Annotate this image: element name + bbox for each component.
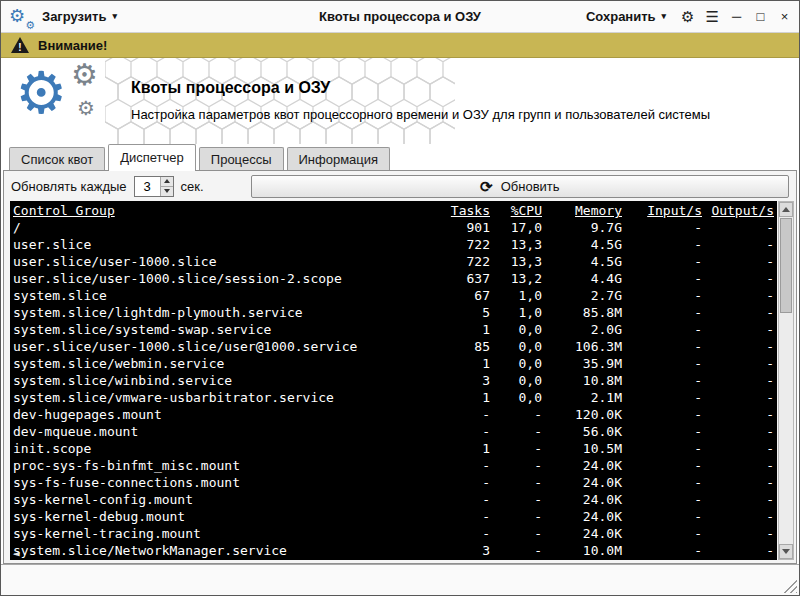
cell-output: - bbox=[702, 457, 774, 474]
column-cpu: %CPU bbox=[490, 202, 542, 219]
table-row[interactable]: user.slice/user-1000.slice/session-2.sco… bbox=[13, 270, 774, 287]
cell-memory: 10.8M bbox=[542, 372, 622, 389]
cell-input: - bbox=[622, 542, 702, 559]
cell-control-group: system.slice/webmin.service bbox=[13, 355, 428, 372]
cell-control-group: sys-kernel-tracing.mount bbox=[13, 525, 428, 542]
scroll-down-button[interactable] bbox=[779, 544, 793, 559]
column-input: Input/s bbox=[622, 202, 702, 219]
save-menu-button[interactable]: Сохранить ▾ bbox=[582, 5, 670, 28]
table-row[interactable]: dev-mqueue.mount - - 56.0K - - bbox=[13, 423, 774, 440]
cell-control-group: user.slice/user-1000.slice/session-2.sco… bbox=[13, 270, 428, 287]
column-memory: Memory bbox=[542, 202, 622, 219]
refresh-icon: ⟳ bbox=[480, 179, 493, 194]
scrollbar-thumb[interactable] bbox=[780, 218, 792, 313]
cell-memory: 4.4G bbox=[542, 270, 622, 287]
tab-information[interactable]: Информация bbox=[287, 147, 391, 170]
cell-memory: 10.0M bbox=[542, 542, 622, 559]
cell-control-group: system.slice/NetworkManager.service bbox=[13, 542, 428, 559]
triangle-down-icon bbox=[164, 189, 170, 193]
cell-input: - bbox=[622, 321, 702, 338]
settings-gear-icon[interactable]: ⚙ bbox=[681, 9, 694, 24]
titlebar: ⚙ ⚙ Загрузить ▾ Квоты процессора и ОЗУ С… bbox=[1, 1, 799, 33]
cell-cpu: 0,0 bbox=[490, 321, 542, 338]
table-row[interactable]: user.slice 722 13,3 4.5G - - bbox=[13, 236, 774, 253]
table-row[interactable]: / 901 17,0 9.7G - - bbox=[13, 219, 774, 236]
cell-control-group: sys-kernel-debug.mount bbox=[13, 508, 428, 525]
refresh-toolbar: Обновлять каждые 3 сек. ⟳ Обновить bbox=[6, 173, 794, 199]
load-menu-button[interactable]: Загрузить ▾ bbox=[38, 5, 121, 28]
table-row[interactable]: system.slice 67 1,0 2.7G - - bbox=[13, 287, 774, 304]
gear-icon-tiny: ⚙ bbox=[77, 98, 95, 118]
cell-input: - bbox=[622, 406, 702, 423]
seconds-label: сек. bbox=[181, 179, 204, 194]
cell-input: - bbox=[622, 355, 702, 372]
cell-memory: 35.9M bbox=[542, 355, 622, 372]
cell-cpu: 13,3 bbox=[490, 253, 542, 270]
close-button[interactable]: × bbox=[778, 10, 791, 23]
table-row[interactable]: user.slice/user-1000.slice/user@1000.ser… bbox=[13, 338, 774, 355]
cell-cpu: 0,0 bbox=[490, 355, 542, 372]
cell-input: - bbox=[622, 423, 702, 440]
header-text: Квоты процессора и ОЗУ Настройка парамет… bbox=[131, 79, 791, 122]
cell-output: - bbox=[702, 491, 774, 508]
cell-output: - bbox=[702, 440, 774, 457]
refresh-button[interactable]: ⟳ Обновить bbox=[251, 175, 789, 198]
cell-tasks: 3 bbox=[428, 542, 490, 559]
table-row[interactable]: sys-kernel-debug.mount - - 24.0K - - bbox=[13, 508, 774, 525]
cell-control-group: proc-sys-fs-binfmt_misc.mount bbox=[13, 457, 428, 474]
table-row[interactable]: system.slice/winbind.service 3 0,0 10.8M… bbox=[13, 372, 774, 389]
cell-control-group: dev-mqueue.mount bbox=[13, 423, 428, 440]
table-row[interactable]: sys-kernel-tracing.mount - - 24.0K - - bbox=[13, 525, 774, 542]
spin-up-button[interactable] bbox=[161, 177, 173, 187]
cell-memory: 24.0K bbox=[542, 491, 622, 508]
hamburger-menu-icon[interactable]: ☰ bbox=[706, 9, 719, 24]
column-output: Output/s bbox=[702, 202, 774, 219]
tab-processes[interactable]: Процессы bbox=[199, 147, 284, 170]
cell-cpu: 13,2 bbox=[490, 270, 542, 287]
cell-control-group: user.slice bbox=[13, 236, 428, 253]
table-row[interactable]: init.scope 1 - 10.5M - - bbox=[13, 440, 774, 457]
table-row[interactable]: system.slice/NetworkManager.service 3 - … bbox=[13, 542, 774, 559]
maximize-button[interactable]: □ bbox=[754, 10, 767, 23]
cell-cpu: 17,0 bbox=[490, 219, 542, 236]
cell-memory: 9.7G bbox=[542, 219, 622, 236]
cell-cpu: - bbox=[490, 474, 542, 491]
minimize-button[interactable]: ─ bbox=[730, 10, 743, 23]
tab-bar: Список квот Диспетчер Процессы Информаци… bbox=[1, 144, 799, 170]
cell-output: - bbox=[702, 406, 774, 423]
table-row[interactable]: proc-sys-fs-binfmt_misc.mount - - 24.0K … bbox=[13, 457, 774, 474]
table-row[interactable]: sys-fs-fuse-connections.mount - - 24.0K … bbox=[13, 474, 774, 491]
table-row[interactable]: dev-hugepages.mount - - 120.0K - - bbox=[13, 406, 774, 423]
table-row[interactable]: system.slice/webmin.service 1 0,0 35.9M … bbox=[13, 355, 774, 372]
scroll-left-indicator: ◄ bbox=[13, 545, 20, 560]
column-control-group: Control Group bbox=[13, 202, 428, 219]
spin-down-button[interactable] bbox=[161, 187, 173, 196]
cell-tasks: - bbox=[428, 457, 490, 474]
table-row[interactable]: system.slice/systemd-swap.service 1 0,0 … bbox=[13, 321, 774, 338]
table-row[interactable]: user.slice/user-1000.slice 722 13,3 4.5G… bbox=[13, 253, 774, 270]
tab-label: Информация bbox=[299, 152, 379, 167]
cell-memory: 24.0K bbox=[542, 474, 622, 491]
cell-cpu: - bbox=[490, 423, 542, 440]
status-bar bbox=[1, 564, 799, 595]
interval-value[interactable]: 3 bbox=[135, 177, 160, 196]
page-title: Квоты процессора и ОЗУ bbox=[131, 79, 791, 97]
spinner-arrows bbox=[160, 177, 173, 196]
column-tasks: Tasks bbox=[428, 202, 490, 219]
table-row[interactable]: system.slice/lightdm-plymouth.service 5 … bbox=[13, 304, 774, 321]
interval-spinbox[interactable]: 3 bbox=[134, 176, 174, 197]
tab-quota-list[interactable]: Список квот bbox=[9, 147, 105, 170]
resize-grip[interactable] bbox=[783, 579, 797, 593]
table-header: Control Group Tasks %CPU Memory Input/s … bbox=[13, 202, 774, 219]
vertical-scrollbar[interactable] bbox=[778, 201, 794, 560]
cell-input: - bbox=[622, 474, 702, 491]
tab-label: Процессы bbox=[211, 152, 272, 167]
table-row[interactable]: sys-kernel-config.mount - - 24.0K - - bbox=[13, 491, 774, 508]
scroll-up-button[interactable] bbox=[779, 202, 793, 217]
tab-label: Диспетчер bbox=[120, 150, 184, 165]
cell-tasks: 901 bbox=[428, 219, 490, 236]
cell-cpu: - bbox=[490, 542, 542, 559]
tab-dispatcher[interactable]: Диспетчер bbox=[108, 144, 196, 170]
table-row[interactable]: system.slice/vmware-usbarbitrator.servic… bbox=[13, 389, 774, 406]
gear-icon-medium: ⚙ bbox=[71, 60, 98, 90]
